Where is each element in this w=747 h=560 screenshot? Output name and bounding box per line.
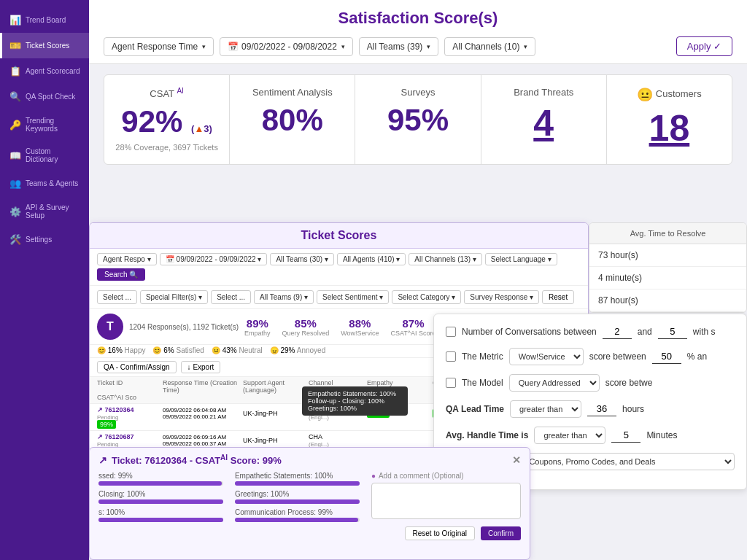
conv-to-input[interactable] <box>658 324 687 339</box>
calendar-icon: 📅 <box>228 42 239 52</box>
page-title: Satisfaction Score(s) <box>104 9 732 28</box>
qa-confirm-button[interactable]: QA - Confirm/Assign <box>97 361 177 373</box>
special-filter[interactable]: Special Filter(s) ▾ <box>140 290 208 304</box>
teams-filter[interactable]: All Teams (39) ▾ <box>359 37 438 56</box>
channels-filter[interactable]: All Channels (10) ▾ <box>444 37 535 56</box>
progress-item-2: Closing: 100% <box>98 490 223 504</box>
col-support-agent: Support Agent (Language) <box>243 379 309 394</box>
comment-textarea[interactable] <box>371 483 521 519</box>
sidebar-item-custom-dictionary[interactable]: 📖 Custom Dictionary <box>0 140 89 171</box>
ticket-date-2: 09/09/2022 06:09:16 AM 09/09/2022 06:00:… <box>163 434 243 447</box>
customers-value[interactable]: 18 <box>617 110 721 147</box>
conversations-checkbox[interactable] <box>446 327 456 337</box>
category-filter[interactable]: Select Category ▾ <box>392 290 461 304</box>
survey-dropdown[interactable]: Coupons, Promo Codes, and Deals <box>519 453 735 470</box>
progress-bar-bg-r2 <box>235 499 360 504</box>
metric-label: The Metric <box>462 351 503 362</box>
chevron-down-icon: ▾ <box>524 43 527 50</box>
close-button[interactable]: ✕ <box>512 454 521 466</box>
button-row: Reset to Original Confirm <box>371 526 521 540</box>
progress-item-3: s: 100% <box>98 508 223 522</box>
select-filter[interactable]: Select ... <box>97 290 137 304</box>
progress-bar-fill-r3 <box>235 518 358 522</box>
progress-item-1: ssed: 99% <box>98 472 223 486</box>
ticket-id-1[interactable]: ↗ 76120364 Pending <box>97 406 163 421</box>
qa-lead-time-row: QA Lead Time greater than hours <box>446 400 735 418</box>
conv-suffix: with s <box>693 327 716 337</box>
brand-threats-value[interactable]: 4 <box>492 105 596 141</box>
sentiment-filter[interactable]: Select Sentiment ▾ <box>317 290 389 304</box>
date-range-filter[interactable]: 📅 09/02/2022 - 09/08/2022 ▾ <box>220 37 353 56</box>
sidebar-item-settings[interactable]: 🛠️ Settings <box>0 227 89 252</box>
conversations-filter-row: Number of Conversations between and with… <box>446 324 735 339</box>
progress-bar-bg-r3 <box>235 518 360 522</box>
response-time-filter[interactable]: Agent Response Time ▾ <box>104 37 214 56</box>
metric-dropdown[interactable]: Wow!Service <box>509 348 584 365</box>
language-filter[interactable]: Select Language ▾ <box>485 253 557 265</box>
filter-row: Agent Response Time ▾ 📅 09/02/2022 - 09/… <box>104 36 732 56</box>
model-filter-row: The Model Query Addressed score betwe <box>446 374 735 392</box>
avg-time-row-2: 4 minute(s) <box>589 267 746 289</box>
tooltip-line-2: Follow-up - Closing: 100% <box>308 397 402 405</box>
teams30-filter[interactable]: All Teams (30) ▾ <box>270 253 334 265</box>
sidebar-item-api-survey-setup[interactable]: ⚙️ API & Survey Setup <box>0 196 89 227</box>
qa-lead-value-input[interactable] <box>587 402 616 416</box>
col-response-time: Response Time (Creation Time) <box>163 379 243 394</box>
chevron-down-icon: ▾ <box>341 43 345 50</box>
sidebar-item-teams-agents[interactable]: 👥 Teams & Agents <box>0 171 89 196</box>
sidebar-item-ticket-scores[interactable]: 🎫 Ticket Scores <box>0 33 89 58</box>
settings-icon: 🛠️ <box>9 234 21 245</box>
metric-filter-row: The Metric Wow!Service score between % a… <box>446 348 735 365</box>
handle-value-input[interactable] <box>611 428 640 443</box>
export-button[interactable]: ↓ Export <box>181 361 221 373</box>
sidebar-item-agent-scorecard[interactable]: 📋 Agent Scorecard <box>0 58 89 84</box>
reset-to-original-button[interactable]: Reset to Original <box>405 526 475 540</box>
avg-time-title: Avg. Time to Resolve <box>589 223 746 244</box>
main-content: Satisfaction Score(s) Agent Response Tim… <box>89 0 747 560</box>
score-card-surveys: Surveys 95% <box>355 75 481 164</box>
ticket-date-1: 09/09/2022 06:04:08 AM 09/09/2022 06:00:… <box>163 407 243 420</box>
ticket-agent-2: UK-Jing-PH <box>243 437 309 444</box>
agent-avatar: T <box>97 314 123 340</box>
sidebar-item-trending-keywords[interactable]: 🔑 Trending Keywords <box>0 109 89 140</box>
sidebar-item-qa-spot-check[interactable]: 🔍 QA Spot Check <box>0 84 89 109</box>
qa-lead-dropdown[interactable]: greater than <box>510 400 581 418</box>
external-link-icon: ↗ <box>97 433 103 440</box>
progress-bar-fill-1 <box>98 481 222 486</box>
date-filter[interactable]: 📅 09/09/2022 - 09/09/2022 ▾ <box>160 253 268 265</box>
progress-item-r3: Communication Process: 99% <box>235 508 360 522</box>
chevron-down-icon: ▾ <box>427 43 430 50</box>
handle-dropdown[interactable]: greater than <box>534 427 605 444</box>
teams9-filter[interactable]: All Teams (9) ▾ <box>254 290 314 304</box>
ticket-scores-filters-row2: Select ... Special Filter(s) ▾ Select ..… <box>90 286 588 309</box>
handle-suffix: Minutes <box>646 430 677 440</box>
avg-time-row-3: 87 hour(s) <box>589 289 746 312</box>
confirm-button[interactable]: Confirm <box>481 526 521 540</box>
avg-time-panel: Avg. Time to Resolve 73 hour(s) 4 minute… <box>589 222 747 313</box>
metric-checkbox[interactable] <box>446 351 456 362</box>
conv-and-label: and <box>638 327 652 337</box>
reset-button[interactable]: Reset <box>542 290 574 304</box>
survey-response-filter[interactable]: Survey Response ▾ <box>464 290 539 304</box>
agents410-filter[interactable]: All Agents (410) ▾ <box>337 253 406 265</box>
col-ticket-id: Ticket ID <box>97 379 163 394</box>
apply-button[interactable]: Apply ✓ <box>676 36 732 56</box>
csat-value: 92% (▲3) <box>115 106 219 137</box>
select2-filter[interactable]: Select ... <box>211 290 251 304</box>
model-dropdown[interactable]: Query Addressed <box>509 374 600 392</box>
ticket-id-2[interactable]: ↗ 76120687 Pending <box>97 433 163 448</box>
progress-bar-bg-3 <box>98 518 223 522</box>
happy-label: 😊 16% Happy <box>97 346 145 354</box>
conv-from-input[interactable] <box>603 324 632 339</box>
search-button[interactable]: Search 🔍 <box>97 268 145 281</box>
channels13-filter[interactable]: All Channels (13) ▾ <box>409 253 481 265</box>
teams-agents-icon: 👥 <box>9 178 21 189</box>
sidebar-item-trend-board[interactable]: 📊 Trend Board <box>0 7 89 33</box>
surveys-value: 95% <box>365 105 470 136</box>
handle-label: Avg. Handle Time is <box>446 430 528 440</box>
csat-sub: 28% Coverage, 3697 Tickets <box>115 143 219 152</box>
metric-value-input[interactable] <box>652 349 681 364</box>
chevron-down-icon: ▾ <box>202 43 206 50</box>
model-checkbox[interactable] <box>446 378 456 388</box>
agent-resp-filter[interactable]: Agent Respo ▾ <box>97 253 157 265</box>
